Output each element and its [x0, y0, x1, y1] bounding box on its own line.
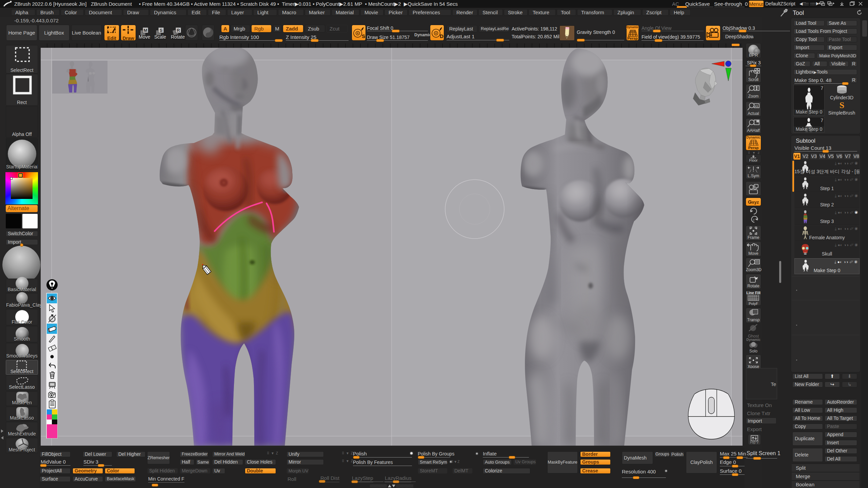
svg-text:R: R: [177, 28, 180, 33]
svg-text:M: M: [144, 28, 147, 33]
svg-text:x1: x1: [755, 104, 758, 108]
svg-text:D: D: [440, 33, 443, 39]
svg-text:S: S: [362, 33, 365, 39]
svg-text:S: S: [839, 101, 844, 110]
svg-text:S: S: [160, 28, 163, 33]
svg-text:z: z: [753, 218, 755, 221]
